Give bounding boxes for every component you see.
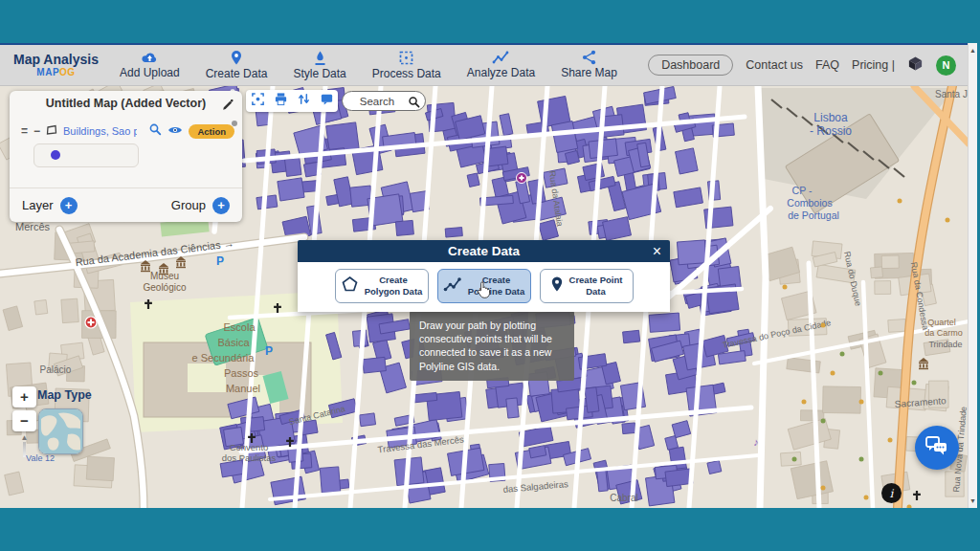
add-group-plus-icon: + — [212, 197, 230, 214]
panel-footer: Layer+ Group+ — [10, 187, 242, 222]
point-pin-icon — [550, 276, 564, 297]
map-label: Cabral — [610, 493, 637, 503]
layer-name[interactable]: Buildings, Sao p... — [63, 125, 137, 137]
attribution-info-icon[interactable]: i — [881, 483, 902, 503]
parking-poi-icon: P — [216, 254, 224, 268]
map-label: Passos — [224, 367, 259, 379]
map-label: Quartel — [927, 318, 956, 327]
polyline-icon — [443, 276, 462, 297]
map-label: Básica — [217, 337, 250, 348]
main-nav: Add UploadCreate DataStyle DataProcess D… — [120, 50, 617, 80]
ydot-poi-icon — [802, 400, 807, 405]
zoom-slider[interactable]: ▲ — [20, 434, 29, 459]
nav-item-create-data[interactable]: Create Data — [206, 50, 268, 80]
layer-row: = − Buildings, Sao p... Action — [10, 116, 242, 141]
nav-item-share-map[interactable]: Share Map — [561, 50, 617, 79]
metro-poi-icon — [517, 173, 527, 184]
map-label: Museu — [150, 271, 179, 281]
search-icon[interactable] — [408, 95, 420, 112]
polyline-tooltip: Draw your path by plotting consecutive p… — [410, 311, 574, 381]
nav-item-analyze-data[interactable]: Analyze Data — [467, 50, 535, 79]
map-label: Lisboa — [813, 111, 848, 124]
create-point-data-button[interactable]: Create PointData — [540, 269, 634, 303]
logo-title: Map Analysis — [13, 53, 99, 67]
svg-text:P: P — [265, 344, 273, 358]
dashboard-button[interactable]: Dashboard — [648, 55, 733, 76]
map-label: Comboios — [787, 197, 832, 209]
faq-link[interactable]: FAQ — [815, 58, 839, 72]
add-layer-control[interactable]: Layer+ — [22, 197, 78, 214]
chat-button[interactable] — [915, 426, 959, 470]
parking-poi-icon: P — [265, 344, 273, 358]
pricing-link[interactable]: Pricing | — [852, 58, 895, 72]
nav-item-add-upload[interactable]: Add Upload — [120, 50, 180, 79]
zoom-in-button[interactable]: + — [12, 386, 36, 408]
visibility-eye-icon[interactable] — [167, 122, 183, 140]
gdot-poi-icon — [840, 352, 845, 357]
add-group-control[interactable]: Group+ — [171, 197, 230, 214]
map-label: Santa J — [935, 89, 968, 99]
page-scrollbar[interactable]: ▲ ▼ — [968, 43, 977, 508]
add-layer-plus-icon: + — [60, 197, 78, 214]
nav-item-process-data[interactable]: Process Data — [372, 50, 441, 80]
scroll-down-arrow[interactable]: ▼ — [969, 497, 977, 504]
ydot-poi-icon — [821, 323, 826, 328]
comment-icon[interactable] — [320, 92, 334, 110]
legend-swatch-box[interactable] — [33, 143, 139, 167]
svg-text:♪: ♪ — [753, 436, 759, 448]
music-poi-icon: ♪ — [753, 436, 759, 448]
map-title: Untitled Map (Added Vector) — [46, 97, 206, 110]
cube-icon[interactable] — [907, 55, 924, 76]
ydot-poi-icon — [831, 371, 835, 376]
layers-panel: Untitled Map (Added Vector) = − Building… — [10, 91, 242, 222]
svg-text:P: P — [216, 254, 224, 268]
swap-arrows-icon[interactable] — [297, 92, 311, 110]
gdot-poi-icon — [859, 457, 864, 462]
center-focus-icon[interactable] — [251, 92, 265, 110]
user-avatar[interactable]: N — [936, 55, 956, 76]
polygon-layer-icon — [46, 122, 57, 140]
header-right: Dashboard Contact us FAQ Pricing | N — [648, 55, 956, 76]
nav-item-label: Add Upload — [120, 66, 180, 79]
app-logo[interactable]: Map Analysis MAPOG — [13, 53, 99, 77]
nav-item-style-data[interactable]: Style Data — [293, 50, 345, 80]
ydot-poi-icon — [946, 218, 950, 223]
collapse-icon[interactable]: − — [33, 124, 40, 138]
ydot-poi-icon — [783, 285, 788, 290]
ydot-poi-icon — [859, 400, 864, 405]
zoom-to-layer-icon[interactable] — [148, 122, 162, 140]
notification-dot — [232, 121, 237, 126]
action-button[interactable]: Action — [189, 124, 234, 139]
scroll-up-arrow[interactable]: ▲ — [969, 47, 977, 54]
zoom-controls: + − ▲ — [12, 386, 36, 459]
modal-button-label: Create PointData — [569, 275, 623, 298]
app-window: Map Analysis MAPOG Add UploadCreate Data… — [0, 43, 977, 508]
edit-pencil-icon[interactable] — [221, 97, 234, 114]
panel-title-row: Untitled Map (Added Vector) — [10, 91, 242, 116]
map-label: Convento — [230, 442, 269, 452]
page: { "header": { "logo": {"title": "Map Ana… — [0, 0, 980, 551]
map-type-thumbnail[interactable] — [38, 408, 83, 454]
map-label: de Portugal — [788, 209, 839, 221]
contact-us-link[interactable]: Contact us — [746, 58, 803, 72]
process-selection-icon — [398, 50, 414, 66]
ydot-poi-icon — [888, 438, 893, 443]
chat-bubbles-icon — [925, 435, 948, 460]
nav-item-label: Share Map — [561, 66, 617, 79]
map-label: Mercês — [15, 221, 51, 232]
map-label: Manuel — [226, 383, 260, 394]
print-icon[interactable] — [274, 92, 288, 110]
zoom-out-button[interactable]: − — [12, 410, 36, 431]
create-polygon-data-button[interactable]: CreatePolygon Data — [335, 269, 429, 303]
pentagon-icon — [341, 276, 359, 297]
close-icon[interactable]: × — [653, 241, 661, 261]
hospital-poi-icon — [85, 317, 97, 328]
logo-brand: MAPOG — [13, 67, 99, 77]
map-label: Geológico — [143, 282, 186, 293]
nav-item-label: Process Data — [372, 67, 441, 80]
drag-handle-icon[interactable]: = — [21, 124, 28, 138]
gdot-poi-icon — [912, 381, 917, 386]
ydot-poi-icon — [864, 496, 869, 500]
gdot-poi-icon — [792, 457, 797, 462]
nav-item-label: Analyze Data — [467, 66, 535, 79]
